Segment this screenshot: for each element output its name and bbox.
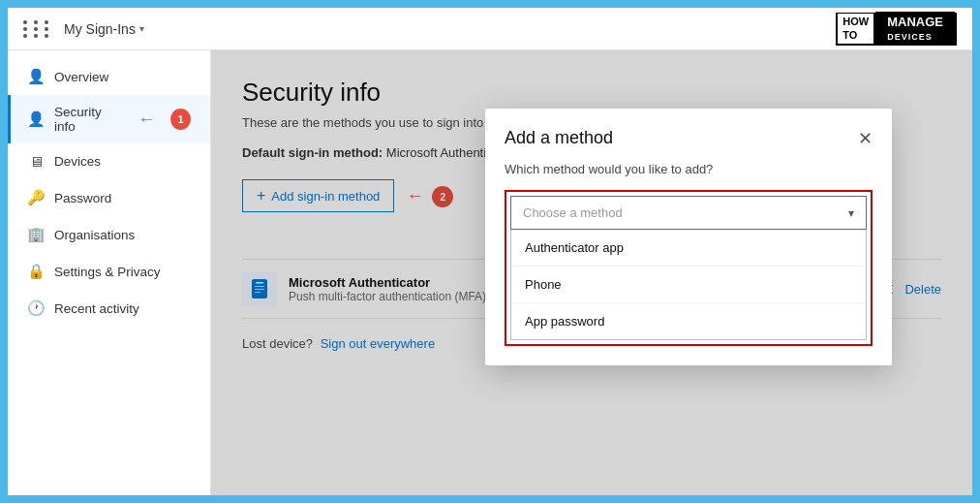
choose-method-dropdown[interactable]: Choose a method ▾	[510, 196, 867, 230]
modal-header: Add a method ✕	[485, 109, 892, 158]
modal-overlay: Add a method ✕ Which method would you li…	[211, 50, 972, 495]
top-bar: My Sign-Ins ▾ HOWTO MANAGE DEVICES	[8, 8, 972, 50]
red-arrow-icon: ←	[138, 110, 155, 130]
content-area: Security info These are the methods you …	[211, 50, 972, 495]
settings-icon: 🔒	[27, 263, 45, 280]
dropdown-options-list: Authenticator app Phone App password	[510, 230, 867, 340]
modal-close-button[interactable]: ✕	[858, 130, 873, 147]
sidebar-item-organisations-label: Organisations	[54, 228, 135, 242]
password-icon: 🔑	[27, 189, 45, 206]
logo-devices: DEVICES	[881, 32, 949, 44]
sidebar-item-overview[interactable]: 👤 Overview	[8, 58, 210, 95]
sidebar-item-password-label: Password	[54, 191, 111, 205]
apps-icon[interactable]	[23, 20, 52, 38]
devices-icon: 🖥	[27, 153, 45, 170]
sidebar-item-overview-label: Overview	[54, 70, 108, 84]
option-phone[interactable]: Phone	[511, 267, 866, 303]
modal-description: Which method would you like to add?	[505, 162, 873, 176]
sidebar-item-organisations[interactable]: 🏢 Organisations	[8, 216, 210, 253]
overview-icon: 👤	[27, 68, 45, 85]
main-layout: 👤 Overview 👤 Security info ← 1 🖥 Devices…	[8, 50, 972, 495]
option-authenticator-app[interactable]: Authenticator app	[511, 230, 866, 267]
modal-title: Add a method	[505, 128, 613, 148]
app-container: My Sign-Ins ▾ HOWTO MANAGE DEVICES 👤 Ove…	[6, 6, 974, 497]
add-method-modal: Add a method ✕ Which method would you li…	[485, 109, 892, 365]
chevron-down-icon: ▾	[139, 23, 144, 34]
method-dropdown-wrapper: Choose a method ▾ Authenticator app Phon…	[505, 190, 873, 346]
option-app-password[interactable]: App password	[511, 303, 866, 339]
app-title-text: My Sign-Ins	[64, 21, 136, 37]
recent-activity-icon: 🕐	[27, 299, 45, 317]
sidebar-item-settings-privacy-label: Settings & Privacy	[54, 265, 161, 279]
organisations-icon: 🏢	[27, 226, 45, 243]
sidebar-item-password[interactable]: 🔑 Password	[8, 179, 210, 216]
sidebar-item-recent-activity[interactable]: 🕐 Recent activity	[8, 290, 210, 327]
sidebar-item-security-info-label: Security info	[54, 105, 122, 134]
sidebar-item-devices[interactable]: 🖥 Devices	[8, 143, 210, 179]
sidebar-item-settings-privacy[interactable]: 🔒 Settings & Privacy	[8, 253, 210, 290]
logo-manage: MANAGE	[881, 14, 949, 31]
dropdown-placeholder: Choose a method	[523, 205, 623, 220]
app-title[interactable]: My Sign-Ins ▾	[64, 21, 144, 37]
modal-body: Which method would you like to add? Choo…	[485, 158, 892, 365]
security-info-icon: 👤	[27, 110, 45, 128]
chevron-down-icon: ▾	[848, 206, 854, 220]
sidebar-item-devices-label: Devices	[54, 154, 101, 169]
logo: HOWTO MANAGE DEVICES	[836, 13, 957, 46]
sidebar-item-security-info[interactable]: 👤 Security info ← 1	[8, 95, 210, 143]
sidebar: 👤 Overview 👤 Security info ← 1 🖥 Devices…	[8, 50, 211, 495]
logo-howto: HOWTO	[838, 14, 875, 43]
sidebar-item-recent-activity-label: Recent activity	[54, 301, 139, 316]
step-1-badge: 1	[170, 109, 191, 130]
